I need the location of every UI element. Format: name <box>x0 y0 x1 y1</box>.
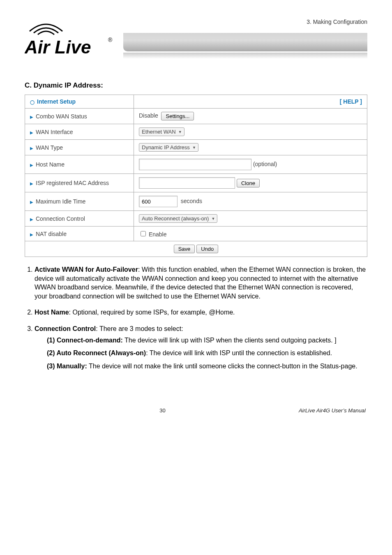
svg-text:®: ® <box>108 37 113 43</box>
row-label: ▶Host Name <box>25 155 134 174</box>
undo-button[interactable]: Undo <box>196 245 218 253</box>
row-label: ▶Maximum Idle Time <box>25 192 134 211</box>
triangle-icon: ▶ <box>30 217 33 222</box>
idle-time-input[interactable] <box>139 196 178 207</box>
list-item: Host Name: Optional, required by some IS… <box>35 308 367 317</box>
mac-address-input[interactable] <box>139 177 235 189</box>
seconds-label: seconds <box>181 198 202 204</box>
row-label: ▶ISP registered MAC Address <box>25 174 134 192</box>
row-label: ▶WAN Interface <box>25 124 134 140</box>
row-label: ▶WAN Type <box>25 140 134 155</box>
table-row: ▶WAN Interface Ethernet WAN <box>25 124 367 140</box>
triangle-icon: ▶ <box>30 146 33 150</box>
banner <box>123 33 367 51</box>
table-row: ▶NAT disable Enable <box>25 227 367 241</box>
sub-item: (1) Connect-on-demand: The device will l… <box>47 336 367 345</box>
section-title: C. Dynamic IP Address: <box>25 81 367 90</box>
logo: Air Live ® <box>25 16 115 59</box>
save-button[interactable]: Save <box>174 245 195 253</box>
list-item: Connection Control: There are 3 modes to… <box>35 324 367 370</box>
settings-table: ◯Internet Setup [ HELP ] ▶Combo WAN Stat… <box>25 95 367 257</box>
chapter-label: 3. Making Configuration <box>307 18 367 25</box>
row-label: ▶NAT disable <box>25 227 134 241</box>
wan-type-select[interactable]: Dynamic IP Address <box>139 143 198 152</box>
manual-name: AirLive Air4G User’s Manual <box>299 407 366 414</box>
triangle-icon: ▶ <box>30 181 33 186</box>
triangle-icon: ▶ <box>30 130 33 135</box>
help-link[interactable]: [ HELP ] <box>134 95 367 109</box>
table-header: ◯Internet Setup <box>25 95 134 109</box>
nat-disable-checkbox[interactable] <box>141 231 146 236</box>
enable-label: Enable <box>149 231 167 238</box>
table-row: ▶Combo WAN Status Disable Settings... <box>25 109 367 124</box>
wan-interface-select[interactable]: Ethernet WAN <box>139 127 184 136</box>
sub-item: (3) Manually: The device will not make t… <box>47 362 367 371</box>
triangle-icon: ▶ <box>30 200 33 204</box>
table-row: ▶Connection Control Auto Reconnect (alwa… <box>25 211 367 227</box>
combo-status-text: Disable <box>139 112 158 119</box>
row-label: ▶Combo WAN Status <box>25 109 134 124</box>
table-row: ▶ISP registered MAC Address Clone <box>25 174 367 192</box>
sub-item: (2) Auto Reconnect (Always-on): The devi… <box>47 349 367 358</box>
page-number: 30 <box>159 407 165 414</box>
table-row: ▶Maximum Idle Time seconds <box>25 192 367 211</box>
clone-button[interactable]: Clone <box>237 179 260 187</box>
settings-button[interactable]: Settings... <box>161 112 194 120</box>
optional-hint: (optional) <box>253 161 277 167</box>
triangle-icon: ▶ <box>30 163 33 167</box>
host-name-input[interactable] <box>139 159 251 170</box>
triangle-icon: ▶ <box>30 115 33 119</box>
bullet-icon: ◯ <box>30 100 35 104</box>
triangle-icon: ▶ <box>30 232 33 237</box>
connection-control-select[interactable]: Auto Reconnect (always-on) <box>139 214 217 223</box>
banner-shadow <box>123 53 367 59</box>
list-item: Activate WWAN for Auto-Failover: With th… <box>35 265 367 301</box>
table-row: ▶WAN Type Dynamic IP Address <box>25 140 367 155</box>
table-row: ▶Host Name (optional) <box>25 155 367 174</box>
svg-text:Air Live: Air Live <box>25 37 91 57</box>
row-label: ▶Connection Control <box>25 211 134 227</box>
